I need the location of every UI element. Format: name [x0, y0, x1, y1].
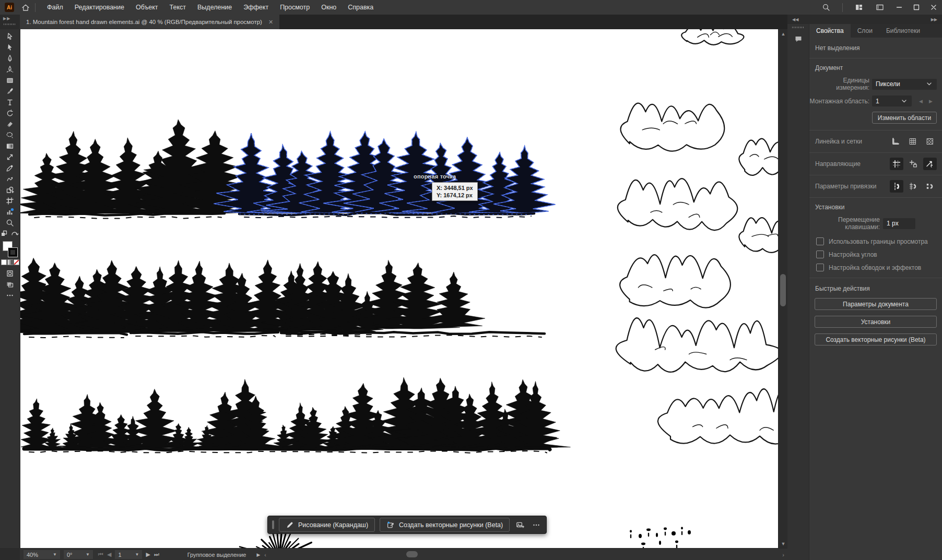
fill-stroke-indicator[interactable]	[2, 241, 18, 257]
shaper-tool-icon[interactable]	[2, 173, 18, 184]
next-artboard-panel-icon[interactable]: ▶	[929, 99, 933, 104]
smart-guides-icon[interactable]	[923, 158, 937, 170]
menu-window[interactable]: Окно	[315, 0, 342, 15]
scroll-up-icon[interactable]: ▲	[779, 31, 788, 37]
tree-cluster[interactable]	[21, 377, 570, 453]
cloud[interactable]	[739, 218, 778, 253]
menu-help[interactable]: Справка	[342, 0, 379, 15]
menu-type[interactable]: Текст	[164, 0, 192, 15]
tab-properties[interactable]: Свойства	[809, 24, 851, 38]
more-tools-icon[interactable]	[2, 290, 18, 301]
menu-select[interactable]: Выделение	[192, 0, 238, 15]
artwork-canvas[interactable]	[20, 29, 778, 548]
rectangle-tool-icon[interactable]	[2, 75, 18, 86]
units-select[interactable]: Пиксели	[872, 79, 937, 90]
shape-builder-tool-icon[interactable]	[2, 184, 18, 195]
cloud[interactable]	[620, 255, 731, 307]
illustrator-logo-icon[interactable]: Ai	[5, 3, 14, 12]
horizontal-scrollbar[interactable]	[266, 549, 782, 560]
scale-tool-icon[interactable]	[2, 151, 18, 162]
window-maximize-button[interactable]	[908, 0, 925, 15]
graph-tool-icon[interactable]	[2, 206, 18, 217]
tree-cluster[interactable]	[110, 260, 295, 337]
cloud[interactable]	[616, 318, 778, 372]
keyboard-increment-input[interactable]: 1 px	[883, 218, 915, 229]
cloud[interactable]	[739, 139, 778, 175]
menu-object[interactable]: Объект	[130, 0, 164, 15]
comments-drag-handle[interactable]	[792, 27, 805, 28]
artboard-select[interactable]: 1	[872, 96, 912, 106]
gradient-button[interactable]	[7, 259, 13, 265]
eyedropper-tool-icon[interactable]	[2, 162, 18, 173]
rotate-tool-icon[interactable]	[2, 108, 18, 118]
selection-tool-icon[interactable]	[2, 31, 18, 42]
draw-pencil-button[interactable]: Рисование (Карандаш)	[279, 518, 375, 532]
cloud[interactable]	[621, 103, 725, 151]
lasso-tool-icon[interactable]	[2, 129, 18, 140]
search-icon[interactable]	[816, 0, 837, 15]
zoom-tool-icon[interactable]	[2, 217, 18, 228]
curvature-tool-icon[interactable]	[2, 64, 18, 75]
toolbar-drag-handle[interactable]	[4, 23, 16, 25]
menu-file[interactable]: Файл	[41, 0, 69, 15]
snap-pixel-icon[interactable]	[923, 180, 937, 193]
scroll-down-icon[interactable]: ▼	[779, 541, 788, 546]
direct-selection-tool-icon[interactable]	[2, 42, 18, 53]
window-close-button[interactable]	[925, 0, 942, 15]
gradient-tool-icon[interactable]	[2, 140, 18, 151]
tab-libraries[interactable]: Библиотеки	[879, 24, 927, 38]
tab-layers[interactable]: Слои	[851, 24, 879, 38]
drawing-modes-icon[interactable]	[2, 268, 18, 279]
paintbrush-tool-icon[interactable]	[2, 86, 18, 97]
screen-mode-icon[interactable]	[2, 279, 18, 290]
use-preview-bounds-checkbox[interactable]	[816, 237, 824, 245]
snap-point-icon[interactable]	[890, 180, 903, 193]
edit-artboards-button[interactable]: Изменить области	[872, 112, 937, 124]
menu-edit[interactable]: Редактирование	[69, 0, 130, 15]
artboard-number-select[interactable]: 1▼	[115, 550, 142, 559]
grid-icon[interactable]	[906, 135, 920, 148]
home-icon[interactable]	[21, 3, 29, 11]
none-button[interactable]	[14, 259, 19, 265]
canvas[interactable]: опорная точка X: 3448,51 px Y: 1674,12 p…	[20, 29, 778, 548]
selected-tree-cluster[interactable]	[214, 132, 555, 218]
snap-grid-icon[interactable]	[906, 180, 920, 193]
context-bar-drag-handle[interactable]	[272, 520, 274, 529]
tree-cluster[interactable]	[422, 272, 485, 327]
last-artboard-icon[interactable]: ⏭	[154, 551, 159, 558]
cloud[interactable]	[618, 178, 737, 230]
cloud[interactable]	[658, 388, 778, 444]
lock-guides-icon[interactable]	[906, 158, 920, 170]
menu-view[interactable]: Просмотр	[274, 0, 315, 15]
control-panel-icon[interactable]	[869, 0, 890, 15]
pen-tool-icon[interactable]	[2, 53, 18, 64]
scale-strokes-effects-checkbox[interactable]	[816, 264, 824, 271]
document-setup-button[interactable]: Параметры документа	[815, 298, 937, 310]
next-artboard-icon[interactable]: ▶	[146, 551, 150, 558]
type-tool-icon[interactable]	[2, 97, 18, 108]
rotation-select[interactable]: 0°▼	[64, 550, 93, 559]
horizontal-scroll-thumb[interactable]	[406, 551, 418, 557]
status-expand-icon[interactable]: ▶	[256, 552, 260, 557]
artboard-tool-icon[interactable]	[2, 195, 18, 206]
workspace-switcher-icon[interactable]	[849, 0, 869, 15]
window-minimize-button[interactable]	[890, 0, 908, 15]
swap-fill-stroke-icon[interactable]	[10, 230, 19, 239]
corner-settings-checkbox[interactable]	[816, 251, 824, 258]
generate-vectors-button[interactable]: Создать векторные рисунки (Beta)	[380, 518, 510, 532]
show-guides-icon[interactable]	[890, 158, 903, 170]
prev-artboard-panel-icon[interactable]: ◀	[919, 99, 923, 104]
default-fill-stroke-icon[interactable]	[1, 230, 9, 239]
zoom-level-select[interactable]: 40%▼	[23, 550, 60, 559]
dock-collapse-icon[interactable]: ◀◀	[792, 17, 798, 22]
dock-expand-icon[interactable]: ▶▶	[931, 17, 937, 22]
cloud[interactable]	[681, 29, 744, 45]
menu-effect[interactable]: Эффект	[238, 0, 274, 15]
comments-icon[interactable]	[791, 32, 806, 45]
transparency-grid-icon[interactable]	[923, 135, 937, 148]
ruler-icon[interactable]	[889, 135, 902, 148]
first-artboard-icon[interactable]: ⏮	[98, 551, 103, 558]
context-bar-more-icon[interactable]	[531, 521, 542, 529]
hscroll-right-icon[interactable]: ›	[782, 552, 784, 558]
vertical-scrollbar[interactable]: ▲ ▼	[778, 29, 788, 548]
